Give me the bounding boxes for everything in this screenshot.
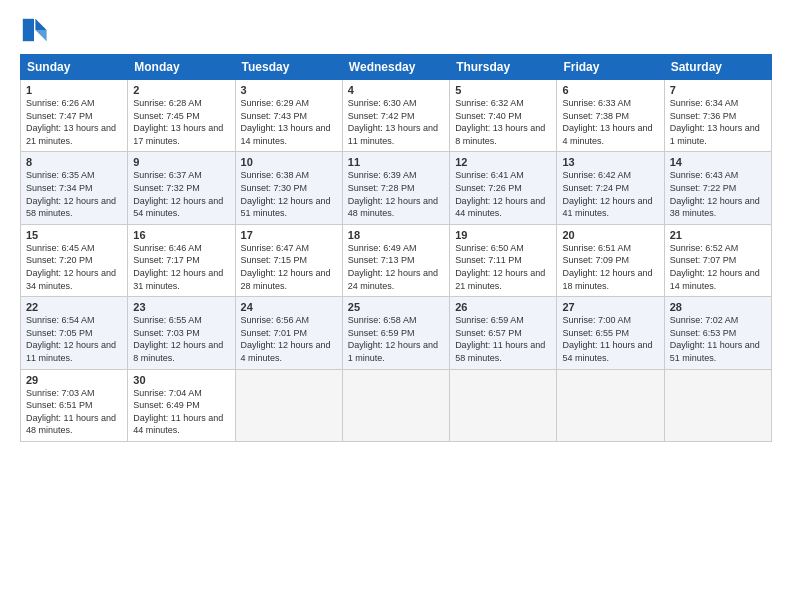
day-number: 9 xyxy=(133,156,229,168)
day-info: Sunrise: 6:43 AM Sunset: 7:22 PM Dayligh… xyxy=(670,169,766,219)
calendar-day: 3 Sunrise: 6:29 AM Sunset: 7:43 PM Dayli… xyxy=(235,80,342,152)
day-number: 17 xyxy=(241,229,337,241)
day-info: Sunrise: 6:56 AM Sunset: 7:01 PM Dayligh… xyxy=(241,314,337,364)
calendar-day: 1 Sunrise: 6:26 AM Sunset: 7:47 PM Dayli… xyxy=(21,80,128,152)
day-info: Sunrise: 6:28 AM Sunset: 7:45 PM Dayligh… xyxy=(133,97,229,147)
day-number: 20 xyxy=(562,229,658,241)
calendar-day: 8 Sunrise: 6:35 AM Sunset: 7:34 PM Dayli… xyxy=(21,152,128,224)
calendar-day: 9 Sunrise: 6:37 AM Sunset: 7:32 PM Dayli… xyxy=(128,152,235,224)
header-sunday: Sunday xyxy=(21,55,128,80)
calendar-week-row: 8 Sunrise: 6:35 AM Sunset: 7:34 PM Dayli… xyxy=(21,152,772,224)
day-number: 21 xyxy=(670,229,766,241)
calendar-day: 11 Sunrise: 6:39 AM Sunset: 7:28 PM Dayl… xyxy=(342,152,449,224)
calendar-day: 15 Sunrise: 6:45 AM Sunset: 7:20 PM Dayl… xyxy=(21,224,128,296)
day-info: Sunrise: 6:50 AM Sunset: 7:11 PM Dayligh… xyxy=(455,242,551,292)
day-number: 1 xyxy=(26,84,122,96)
day-number: 25 xyxy=(348,301,444,313)
calendar-day: 19 Sunrise: 6:50 AM Sunset: 7:11 PM Dayl… xyxy=(450,224,557,296)
calendar-week-row: 29 Sunrise: 7:03 AM Sunset: 6:51 PM Dayl… xyxy=(21,369,772,441)
day-info: Sunrise: 7:04 AM Sunset: 6:49 PM Dayligh… xyxy=(133,387,229,437)
weekday-header-row: Sunday Monday Tuesday Wednesday Thursday… xyxy=(21,55,772,80)
day-number: 16 xyxy=(133,229,229,241)
calendar-day: 26 Sunrise: 6:59 AM Sunset: 6:57 PM Dayl… xyxy=(450,297,557,369)
calendar-day: 30 Sunrise: 7:04 AM Sunset: 6:49 PM Dayl… xyxy=(128,369,235,441)
calendar-week-row: 22 Sunrise: 6:54 AM Sunset: 7:05 PM Dayl… xyxy=(21,297,772,369)
calendar-day xyxy=(664,369,771,441)
day-info: Sunrise: 6:51 AM Sunset: 7:09 PM Dayligh… xyxy=(562,242,658,292)
day-number: 6 xyxy=(562,84,658,96)
day-info: Sunrise: 6:37 AM Sunset: 7:32 PM Dayligh… xyxy=(133,169,229,219)
day-number: 13 xyxy=(562,156,658,168)
svg-rect-2 xyxy=(23,19,34,41)
calendar-day: 28 Sunrise: 7:02 AM Sunset: 6:53 PM Dayl… xyxy=(664,297,771,369)
calendar-day: 10 Sunrise: 6:38 AM Sunset: 7:30 PM Dayl… xyxy=(235,152,342,224)
day-info: Sunrise: 6:45 AM Sunset: 7:20 PM Dayligh… xyxy=(26,242,122,292)
calendar-day: 17 Sunrise: 6:47 AM Sunset: 7:15 PM Dayl… xyxy=(235,224,342,296)
calendar-day: 29 Sunrise: 7:03 AM Sunset: 6:51 PM Dayl… xyxy=(21,369,128,441)
day-number: 5 xyxy=(455,84,551,96)
day-info: Sunrise: 6:38 AM Sunset: 7:30 PM Dayligh… xyxy=(241,169,337,219)
day-info: Sunrise: 6:33 AM Sunset: 7:38 PM Dayligh… xyxy=(562,97,658,147)
day-number: 12 xyxy=(455,156,551,168)
day-number: 3 xyxy=(241,84,337,96)
day-info: Sunrise: 6:29 AM Sunset: 7:43 PM Dayligh… xyxy=(241,97,337,147)
day-info: Sunrise: 6:32 AM Sunset: 7:40 PM Dayligh… xyxy=(455,97,551,147)
calendar-day: 18 Sunrise: 6:49 AM Sunset: 7:13 PM Dayl… xyxy=(342,224,449,296)
day-number: 7 xyxy=(670,84,766,96)
day-number: 18 xyxy=(348,229,444,241)
day-info: Sunrise: 6:52 AM Sunset: 7:07 PM Dayligh… xyxy=(670,242,766,292)
day-number: 30 xyxy=(133,374,229,386)
svg-marker-0 xyxy=(35,19,46,30)
day-info: Sunrise: 6:42 AM Sunset: 7:24 PM Dayligh… xyxy=(562,169,658,219)
day-info: Sunrise: 6:49 AM Sunset: 7:13 PM Dayligh… xyxy=(348,242,444,292)
day-number: 28 xyxy=(670,301,766,313)
day-number: 23 xyxy=(133,301,229,313)
calendar-day: 22 Sunrise: 6:54 AM Sunset: 7:05 PM Dayl… xyxy=(21,297,128,369)
day-number: 10 xyxy=(241,156,337,168)
day-number: 11 xyxy=(348,156,444,168)
calendar-day xyxy=(342,369,449,441)
calendar-day: 4 Sunrise: 6:30 AM Sunset: 7:42 PM Dayli… xyxy=(342,80,449,152)
day-info: Sunrise: 6:35 AM Sunset: 7:34 PM Dayligh… xyxy=(26,169,122,219)
header-monday: Monday xyxy=(128,55,235,80)
day-number: 2 xyxy=(133,84,229,96)
calendar-day: 7 Sunrise: 6:34 AM Sunset: 7:36 PM Dayli… xyxy=(664,80,771,152)
day-info: Sunrise: 7:00 AM Sunset: 6:55 PM Dayligh… xyxy=(562,314,658,364)
calendar-day: 16 Sunrise: 6:46 AM Sunset: 7:17 PM Dayl… xyxy=(128,224,235,296)
calendar-day: 2 Sunrise: 6:28 AM Sunset: 7:45 PM Dayli… xyxy=(128,80,235,152)
day-info: Sunrise: 7:03 AM Sunset: 6:51 PM Dayligh… xyxy=(26,387,122,437)
day-number: 8 xyxy=(26,156,122,168)
calendar-week-row: 15 Sunrise: 6:45 AM Sunset: 7:20 PM Dayl… xyxy=(21,224,772,296)
calendar-week-row: 1 Sunrise: 6:26 AM Sunset: 7:47 PM Dayli… xyxy=(21,80,772,152)
day-number: 24 xyxy=(241,301,337,313)
day-info: Sunrise: 6:41 AM Sunset: 7:26 PM Dayligh… xyxy=(455,169,551,219)
calendar-day xyxy=(235,369,342,441)
logo-icon xyxy=(20,16,48,44)
header xyxy=(20,16,772,44)
calendar-day xyxy=(557,369,664,441)
header-wednesday: Wednesday xyxy=(342,55,449,80)
day-number: 14 xyxy=(670,156,766,168)
day-number: 22 xyxy=(26,301,122,313)
day-number: 4 xyxy=(348,84,444,96)
day-number: 27 xyxy=(562,301,658,313)
day-info: Sunrise: 6:39 AM Sunset: 7:28 PM Dayligh… xyxy=(348,169,444,219)
calendar-day: 20 Sunrise: 6:51 AM Sunset: 7:09 PM Dayl… xyxy=(557,224,664,296)
calendar-day: 14 Sunrise: 6:43 AM Sunset: 7:22 PM Dayl… xyxy=(664,152,771,224)
calendar-day: 25 Sunrise: 6:58 AM Sunset: 6:59 PM Dayl… xyxy=(342,297,449,369)
calendar-day: 27 Sunrise: 7:00 AM Sunset: 6:55 PM Dayl… xyxy=(557,297,664,369)
day-info: Sunrise: 6:26 AM Sunset: 7:47 PM Dayligh… xyxy=(26,97,122,147)
day-info: Sunrise: 6:54 AM Sunset: 7:05 PM Dayligh… xyxy=(26,314,122,364)
day-number: 26 xyxy=(455,301,551,313)
calendar-day: 12 Sunrise: 6:41 AM Sunset: 7:26 PM Dayl… xyxy=(450,152,557,224)
day-number: 15 xyxy=(26,229,122,241)
calendar-day: 21 Sunrise: 6:52 AM Sunset: 7:07 PM Dayl… xyxy=(664,224,771,296)
day-info: Sunrise: 6:59 AM Sunset: 6:57 PM Dayligh… xyxy=(455,314,551,364)
calendar-day: 24 Sunrise: 6:56 AM Sunset: 7:01 PM Dayl… xyxy=(235,297,342,369)
day-info: Sunrise: 7:02 AM Sunset: 6:53 PM Dayligh… xyxy=(670,314,766,364)
page: Sunday Monday Tuesday Wednesday Thursday… xyxy=(0,0,792,612)
header-saturday: Saturday xyxy=(664,55,771,80)
day-info: Sunrise: 6:46 AM Sunset: 7:17 PM Dayligh… xyxy=(133,242,229,292)
day-info: Sunrise: 6:34 AM Sunset: 7:36 PM Dayligh… xyxy=(670,97,766,147)
calendar-day: 23 Sunrise: 6:55 AM Sunset: 7:03 PM Dayl… xyxy=(128,297,235,369)
